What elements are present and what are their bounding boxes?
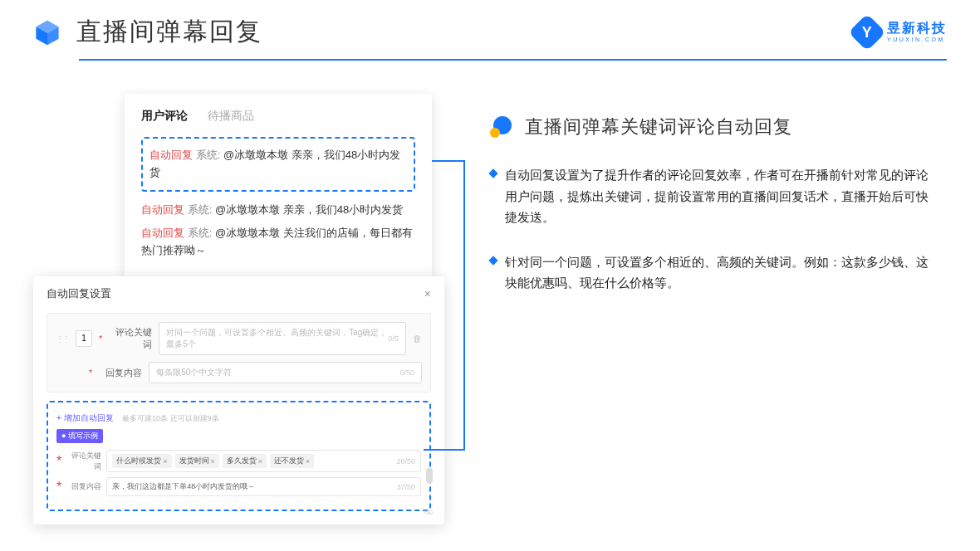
form-row-content: * 回复内容 每条限50个中文字符 0/50 xyxy=(56,362,422,383)
keyword-input[interactable]: 对同一个问题，可设置多个相近、高频的关键词，Tag确定，最多5个 0/5 xyxy=(159,322,406,355)
required-marker: * xyxy=(56,480,61,495)
system-label: 系统: xyxy=(188,227,213,239)
drag-handle-icon[interactable]: ⋮⋮ xyxy=(56,334,69,344)
counter: 20/50 xyxy=(396,457,415,466)
close-icon[interactable]: × xyxy=(424,287,431,300)
system-label: 系统: xyxy=(196,149,221,161)
auto-reply-tag: 自动回复 xyxy=(149,149,193,161)
diamond-bullet-icon xyxy=(488,168,497,178)
comment-text: @冰墩墩本墩 亲亲，我们48小时内发货 xyxy=(215,203,403,216)
content-label: 回复内容 xyxy=(99,367,142,379)
bullet-item: 自动回复设置为了提升作者的评论回复效率，作者可在开播前针对常见的评论用户问题，提… xyxy=(490,164,947,228)
bullet-text: 自动回复设置为了提升作者的评论回复效率，作者可在开播前针对常见的评论用户问题，提… xyxy=(505,164,938,228)
add-hint: 最多可建10条 还可以创建9条 xyxy=(122,414,219,422)
tag: 还不发货× xyxy=(270,454,314,468)
tag-remove-icon[interactable]: × xyxy=(306,457,310,466)
scrollbar-thumb[interactable] xyxy=(426,468,433,483)
delete-icon[interactable]: 🗑 xyxy=(413,334,422,344)
diamond-bullet-icon xyxy=(488,256,497,265)
example-keyword-label: 评论关键词 xyxy=(66,451,101,472)
right-column: 直播间弹幕关键词评论自动回复 自动回复设置为了提升作者的评论回复效率，作者可在开… xyxy=(490,94,947,317)
auto-reply-tag: 自动回复 xyxy=(141,227,184,239)
auto-reply-tag: 自动回复 xyxy=(141,203,184,216)
highlighted-comment: 自动回复 系统: @冰墩墩本墩 亲亲，我们48小时内发货 xyxy=(141,137,415,192)
keyword-label: 评论关键词 xyxy=(109,326,152,351)
connector-line xyxy=(463,160,465,451)
brand-name-cn: 昱新科技 xyxy=(887,22,947,35)
order-number: 1 xyxy=(76,330,92,347)
auto-reply-settings-panel: 自动回复设置 × ⋮⋮ 1 * 评论关键词 对同一个问题，可设置多个相近、高频的… xyxy=(33,276,444,524)
example-badge: ● 填写示例 xyxy=(56,429,103,443)
panel-title: 自动回复设置 xyxy=(47,286,111,301)
connector-line xyxy=(432,160,465,162)
comments-panel: 用户评论 待播商品 自动回复 系统: @冰墩墩本墩 亲亲，我们48小时内发货 自… xyxy=(125,94,432,290)
counter: 0/5 xyxy=(388,334,399,343)
example-content-value: 亲，我们这边都是下单48小时内发货的哦～ xyxy=(112,481,255,492)
example-tags: 什么时候发货× 发货时间× 多久发货× 还不发货× xyxy=(112,454,316,468)
rule-form-block: ⋮⋮ 1 * 评论关键词 对同一个问题，可设置多个相近、高频的关键词，Tag确定… xyxy=(47,313,431,393)
required-marker: * xyxy=(99,334,102,344)
comment-line: 自动回复 系统: @冰墩墩本墩 关注我们的店铺，每日都有热门推荐呦～ xyxy=(141,225,415,260)
tabs: 用户评论 待播商品 xyxy=(141,109,415,124)
header: 直播间弹幕回复 Y 昱新科技 YUUXIN.COM xyxy=(0,0,980,49)
bullet-item: 针对同一个问题，可设置多个相近的、高频的关键词。例如：这款多少钱、这块能优惠吗、… xyxy=(490,251,947,294)
brand-name-en: YUUXIN.COM xyxy=(887,37,947,42)
tag-remove-icon[interactable]: × xyxy=(258,457,262,466)
add-row: + 增加自动回复 最多可建10条 还可以创建9条 xyxy=(56,409,421,424)
tag-remove-icon[interactable]: × xyxy=(163,457,167,466)
system-label: 系统: xyxy=(188,203,213,216)
brand-icon: Y xyxy=(848,13,885,51)
example-highlight: + 增加自动回复 最多可建10条 还可以创建9条 ● 填写示例 * 评论关键词 … xyxy=(47,401,431,511)
bubble-icon xyxy=(490,116,515,138)
bullet-text: 针对同一个问题，可设置多个相近的、高频的关键词。例如：这款多少钱、这块能优惠吗、… xyxy=(505,251,938,294)
section-title-row: 直播间弹幕关键词评论自动回复 xyxy=(490,115,947,139)
tag-remove-icon[interactable]: × xyxy=(211,457,215,466)
content-input[interactable]: 每条限50个中文字符 0/50 xyxy=(149,362,422,383)
example-keyword-input[interactable]: 什么时候发货× 发货时间× 多久发货× 还不发货× 20/50 xyxy=(106,450,421,472)
header-left: 直播间弹幕回复 xyxy=(33,15,262,49)
comment-line: 自动回复 系统: @冰墩墩本墩 亲亲，我们48小时内发货 xyxy=(149,147,407,182)
comment-line: 自动回复 系统: @冰墩墩本墩 亲亲，我们48小时内发货 xyxy=(141,202,415,219)
section-title: 直播间弹幕关键词评论自动回复 xyxy=(525,115,792,139)
content: 用户评论 待播商品 自动回复 系统: @冰墩墩本墩 亲亲，我们48小时内发货 自… xyxy=(0,61,980,317)
example-content-label: 回复内容 xyxy=(66,481,101,492)
tab-pending-products[interactable]: 待播商品 xyxy=(208,109,254,124)
required-marker: * xyxy=(89,368,92,378)
comment-list: 自动回复 系统: @冰墩墩本墩 亲亲，我们48小时内发货 自动回复 系统: @冰… xyxy=(141,202,415,260)
counter: 37/50 xyxy=(396,483,415,491)
tag: 发货时间× xyxy=(175,454,219,468)
placeholder-text: 对同一个问题，可设置多个相近、高频的关键词，Tag确定，最多5个 xyxy=(166,327,388,350)
tag: 什么时候发货× xyxy=(112,454,171,468)
example-content-input[interactable]: 亲，我们这边都是下单48小时内发货的哦～ 37/50 xyxy=(106,477,421,496)
counter: 0/50 xyxy=(399,368,414,377)
left-column: 用户评论 待播商品 自动回复 系统: @冰墩墩本墩 亲亲，我们48小时内发货 自… xyxy=(33,94,465,317)
example-content-row: * 回复内容 亲，我们这边都是下单48小时内发货的哦～ 37/50 xyxy=(56,477,421,496)
tab-user-comments[interactable]: 用户评论 xyxy=(141,109,188,124)
tag: 多久发货× xyxy=(223,454,267,468)
required-marker: * xyxy=(56,454,61,469)
example-keyword-row: * 评论关键词 什么时候发货× 发货时间× 多久发货× 还不发货× 20/50 xyxy=(56,450,421,472)
cube-icon xyxy=(33,18,61,46)
brand-logo: Y 昱新科技 YUUXIN.COM xyxy=(854,19,947,46)
outer-counter: /50 xyxy=(424,509,433,516)
add-auto-reply-link[interactable]: + 增加自动回复 xyxy=(56,413,114,422)
page-title: 直播间弹幕回复 xyxy=(76,15,262,49)
placeholder-text: 每条限50个中文字符 xyxy=(156,367,232,378)
panel-header: 自动回复设置 × xyxy=(47,286,431,301)
brand-text: 昱新科技 YUUXIN.COM xyxy=(887,22,947,42)
form-row-keyword: ⋮⋮ 1 * 评论关键词 对同一个问题，可设置多个相近、高频的关键词，Tag确定… xyxy=(56,322,422,355)
